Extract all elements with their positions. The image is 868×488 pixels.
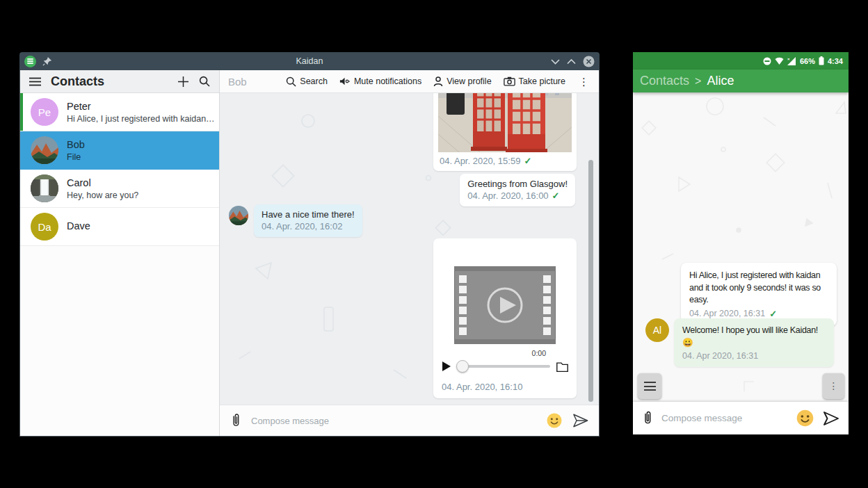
android-status-bar: × 66% 4:34 [633, 52, 849, 70]
chat-pane: Bob Search Mute notifications View profi… [220, 70, 599, 436]
svg-text:×: × [787, 57, 790, 61]
message-incoming: Have a nice time there! 04. Apr. 2020, 1… [229, 204, 362, 237]
photo-telephone-boxes[interactable] [438, 93, 572, 152]
search-icon[interactable] [199, 76, 210, 87]
window-title: Kaidan [19, 56, 600, 66]
message-text: Greetings from Glasgow! [467, 179, 568, 189]
message-time: 04. Apr 2020, 16:31 [682, 351, 758, 361]
cell-signal-icon: × [787, 57, 796, 65]
maximize-button[interactable] [567, 58, 576, 65]
mobile-menu-button[interactable] [638, 373, 661, 399]
mute-notifications-action[interactable]: Mute notifications [339, 76, 421, 86]
mobile-window: × 66% 4:34 Contacts > Alice [633, 52, 849, 434]
breadcrumb-contacts[interactable]: Contacts [640, 74, 689, 88]
add-contact-icon[interactable] [177, 76, 189, 88]
view-profile-action[interactable]: View profile [433, 76, 491, 87]
contact-name: Dave [67, 220, 90, 231]
mobile-message-history: Hi Alice, I just registered with kaidan … [633, 92, 849, 402]
compose-message-input[interactable] [661, 413, 788, 423]
play-button[interactable] [442, 361, 451, 372]
battery-percent: 66% [800, 57, 815, 65]
unread-indicator [20, 93, 23, 131]
avatar-carol [31, 174, 58, 202]
message-history: 04. Apr. 2020, 15:59 ✓ Greetings from Gl… [220, 93, 599, 405]
emoji-picker-icon[interactable] [546, 412, 563, 429]
chat-toolbar: Bob Search Mute notifications View profi… [220, 70, 599, 93]
mobile-kebab-button[interactable]: ⋮ [823, 373, 844, 399]
desktop-window: Kaidan [19, 52, 600, 437]
screenshot-canvas: Kaidan [0, 0, 868, 488]
clock-time: 4:34 [828, 57, 843, 65]
attach-file-icon[interactable] [641, 410, 654, 426]
message-text: Have a nice time there! [262, 209, 355, 220]
minimize-button[interactable] [551, 58, 560, 65]
avatar-bob [31, 136, 58, 164]
contact-name: Bob [67, 139, 85, 150]
take-picture-action[interactable]: Take picture [504, 76, 565, 86]
delivered-check-icon: ✓ [552, 190, 560, 201]
message-time: 04. Apr. 2020, 15:59 [440, 156, 520, 166]
search-action[interactable]: Search [286, 76, 328, 87]
kebab-menu-icon[interactable]: ⋮ [577, 76, 590, 87]
send-message-icon[interactable] [822, 411, 840, 426]
contact-name: Carol [67, 177, 138, 188]
delivered-check-icon: ✓ [769, 309, 777, 319]
message-outgoing: Hi Alice, I just registered with kaidan … [681, 263, 837, 326]
breadcrumb-separator: > [695, 75, 701, 88]
send-message-icon[interactable] [572, 413, 589, 428]
avatar-bob-small [229, 206, 248, 225]
message-outgoing: Greetings from Glasgow! 04. Apr. 2020, 1… [460, 174, 575, 206]
attach-file-icon[interactable] [230, 413, 242, 428]
contacts-sidebar: Contacts Pe Peter Hi Alice, I just regis… [20, 70, 220, 436]
mobile-compose-bar [633, 402, 849, 434]
message-time: 04. Apr. 2020, 16:10 [442, 382, 522, 392]
contact-row-carol[interactable]: Carol Hey, how are you? [20, 170, 219, 208]
camera-icon [504, 76, 515, 86]
message-time: 04. Apr 2020, 16:31 [689, 309, 765, 318]
avatar-peter: Pe [31, 98, 58, 126]
slider-knob[interactable] [456, 360, 469, 373]
message-image-outgoing: 04. Apr. 2020, 15:59 ✓ [433, 93, 577, 171]
chat-scrollbar[interactable] [588, 160, 593, 402]
window-titlebar: Kaidan [19, 52, 600, 70]
message-video-outgoing: 0:00 04. Apr. 2020, 16:10 [433, 238, 577, 398]
player-position: 0:00 [532, 349, 546, 357]
message-incoming: Al Welcome! I hope you will like Kaidan!… [645, 318, 834, 367]
pin-icon[interactable] [42, 56, 52, 66]
message-text: Hi Alice, I just registered with kaidan … [689, 270, 828, 307]
search-icon [286, 76, 296, 87]
message-time: 04. Apr. 2020, 16:02 [262, 221, 342, 231]
contact-last-message: Hey, how are you? [67, 190, 138, 200]
message-time: 04. Apr. 2020, 16:00 [467, 190, 548, 201]
global-menu-icon[interactable] [29, 77, 41, 86]
kebab-menu-icon: ⋮ [829, 381, 839, 391]
delivered-check-icon: ✓ [524, 156, 531, 166]
battery-icon [819, 56, 824, 65]
video-thumbnail-icon[interactable] [454, 266, 556, 344]
contact-last-message: Hi Alice, I just registered with kaidan… [67, 114, 215, 124]
contact-row-dave[interactable]: Da Dave [20, 208, 219, 246]
compose-bar [220, 405, 599, 436]
avatar-dave: Da [31, 213, 58, 241]
message-text: Welcome! I hope you will like Kaidan! 😀 [682, 325, 826, 349]
speaker-icon [339, 76, 351, 86]
chat-peer-name: Bob [228, 76, 247, 88]
seek-slider[interactable] [458, 365, 550, 368]
avatar-alice-contact: Al [645, 318, 669, 342]
open-folder-button[interactable] [556, 361, 568, 372]
emoji-picker-icon[interactable] [796, 409, 814, 428]
wifi-icon [775, 57, 784, 65]
person-icon [433, 76, 443, 87]
sidebar-title: Contacts [51, 74, 168, 89]
contact-name: Peter [67, 101, 215, 112]
breadcrumb-chat-title: Alice [707, 74, 734, 88]
compose-message-input[interactable] [251, 416, 537, 426]
close-button[interactable] [583, 56, 595, 67]
contact-row-peter[interactable]: Pe Peter Hi Alice, I just registered wit… [20, 93, 219, 131]
contact-row-bob[interactable]: Bob File [20, 131, 219, 170]
kaidan-app-icon [24, 56, 36, 67]
contact-last-message: File [67, 152, 85, 162]
do-not-disturb-icon [763, 57, 771, 65]
mobile-app-bar: Contacts > Alice [633, 70, 849, 92]
